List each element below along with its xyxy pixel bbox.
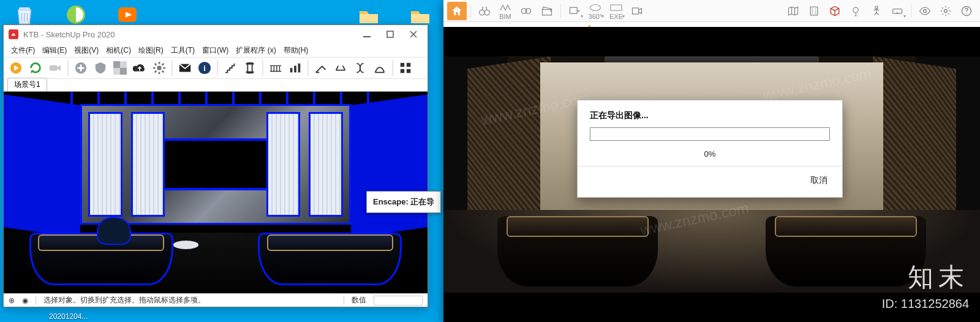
close-button[interactable] — [404, 28, 423, 41]
checker-icon[interactable] — [111, 59, 129, 77]
export-progress-bar — [590, 127, 830, 141]
binoculars-icon[interactable] — [475, 2, 494, 20]
exe-label: EXE — [609, 13, 623, 20]
exe-export-button[interactable]: EXE▾ — [606, 2, 626, 20]
gear-icon[interactable] — [151, 59, 168, 77]
scene-tabs: 场景号1 — [4, 79, 428, 91]
menu-tools[interactable]: 工具(T) — [168, 44, 197, 57]
video-export-icon[interactable] — [627, 2, 647, 20]
svg-rect-18 — [290, 68, 293, 72]
vr-icon[interactable]: ▾ — [888, 2, 907, 20]
menu-draw[interactable]: 绘图(R) — [136, 44, 166, 57]
main-toolbar: i — [4, 57, 428, 79]
toolbar-separator — [307, 60, 309, 76]
scene-render — [4, 92, 428, 293]
watermark-brand: 知末 — [882, 260, 969, 294]
enscape-status-popup: Enscape: 正在导 — [366, 191, 441, 213]
svg-rect-33 — [633, 8, 639, 14]
svg-point-41 — [966, 13, 967, 13]
svg-rect-20 — [298, 64, 301, 73]
column-icon[interactable] — [241, 59, 258, 77]
svg-rect-10 — [120, 68, 127, 75]
status-bar: ⊕ ◉ 选择对象。切换到扩充选择。拖动鼠标选择多项。 数值 — [4, 293, 428, 307]
status-help-text: 选择对象。切换到扩充选择。拖动鼠标选择多项。 — [43, 295, 205, 305]
svg-rect-23 — [401, 69, 404, 73]
svg-point-31 — [590, 4, 601, 10]
title-bar[interactable]: KTB - SketchUp Pro 2020 — [4, 25, 428, 43]
export-progress-percent: 0% — [578, 146, 842, 166]
tool4-icon[interactable] — [371, 59, 388, 77]
svg-rect-30 — [570, 7, 578, 13]
railing-icon[interactable] — [267, 59, 284, 77]
refresh-icon[interactable] — [27, 59, 44, 77]
cloud-upload-icon[interactable] — [131, 59, 148, 77]
shield-icon[interactable] — [92, 59, 109, 77]
svg-rect-34 — [810, 7, 818, 15]
bars-icon[interactable] — [287, 59, 304, 77]
svg-point-38 — [924, 9, 927, 12]
grid-icon[interactable] — [397, 59, 414, 77]
camera-icon[interactable] — [47, 59, 64, 77]
menu-view[interactable]: 视图(V) — [72, 44, 101, 57]
enscape-popup-rest: 正在导 — [409, 197, 435, 206]
cube-icon[interactable] — [825, 2, 845, 20]
menu-file[interactable]: 文件(F) — [9, 44, 37, 57]
toolbar-separator — [172, 60, 173, 76]
tool3-icon[interactable] — [352, 59, 369, 77]
clapper-icon[interactable] — [537, 2, 557, 20]
sketchup-app-icon — [9, 29, 18, 39]
search-binoculars-icon[interactable] — [516, 2, 536, 20]
info-icon[interactable]: i — [196, 59, 213, 77]
status-value-label: 数值 — [352, 295, 366, 305]
svg-point-36 — [875, 6, 878, 9]
svg-rect-32 — [611, 4, 622, 10]
map-icon[interactable] — [783, 2, 803, 20]
help-icon[interactable] — [957, 2, 976, 20]
figure-icon[interactable] — [867, 2, 886, 20]
menu-help[interactable]: 帮助(H) — [281, 44, 311, 57]
scene-tab[interactable]: 场景号1 — [7, 78, 47, 91]
sketchup-viewport[interactable] — [4, 91, 428, 293]
minimize-button[interactable] — [358, 28, 376, 41]
settings-gear-icon[interactable] — [936, 2, 956, 20]
eye-icon[interactable] — [915, 2, 935, 20]
desktop-file-label: 20201204... — [49, 312, 88, 321]
toolbar-separator — [217, 60, 218, 76]
maximize-button[interactable] — [381, 28, 399, 41]
screenshot-icon[interactable]: ▾ — [565, 2, 584, 20]
status-person-icon[interactable]: ◉ — [22, 296, 28, 305]
svg-rect-17 — [246, 72, 254, 73]
tool1-icon[interactable] — [312, 59, 330, 77]
svg-point-11 — [157, 66, 161, 70]
export-dialog: 正在导出图像... 0% 取消 — [577, 100, 843, 198]
tool2-icon[interactable] — [332, 59, 349, 77]
menu-ext[interactable]: 扩展程序 (x) — [233, 44, 278, 57]
sketchup-window: KTB - SketchUp Pro 2020 文件(F) 编辑(E) 视图(V… — [3, 24, 428, 307]
svg-rect-9 — [113, 61, 120, 68]
toolbar-separator — [392, 60, 393, 76]
menu-camera[interactable]: 相机(C) — [104, 44, 134, 57]
toolbar-separator — [262, 60, 263, 76]
svg-point-35 — [853, 7, 858, 12]
svg-rect-21 — [401, 63, 404, 67]
svg-rect-24 — [407, 69, 410, 73]
toolbar-separator — [67, 60, 69, 76]
cancel-button[interactable]: 取消 — [808, 173, 830, 189]
stairs-icon[interactable] — [222, 59, 239, 77]
add-icon[interactable] — [72, 59, 89, 77]
bim-button[interactable]: BIM — [496, 2, 515, 20]
menu-edit[interactable]: 编辑(E) — [40, 44, 69, 57]
menu-window[interactable]: 窗口(W) — [200, 44, 231, 57]
building-icon[interactable] — [804, 2, 824, 20]
watermark: 知末 ID: 1131252864 — [882, 260, 969, 311]
watermark-id: ID: 1131252864 — [882, 297, 969, 311]
enscape-start-icon[interactable] — [7, 59, 24, 77]
status-geo-icon[interactable]: ⊕ — [9, 296, 15, 305]
svg-point-25 — [480, 10, 484, 15]
mail-icon[interactable] — [176, 59, 194, 77]
home-icon[interactable] — [447, 2, 467, 20]
svg-rect-22 — [407, 63, 410, 67]
light-icon[interactable] — [846, 2, 865, 20]
pano-button[interactable]: 360°▾ — [586, 2, 605, 20]
svg-point-26 — [484, 10, 489, 15]
